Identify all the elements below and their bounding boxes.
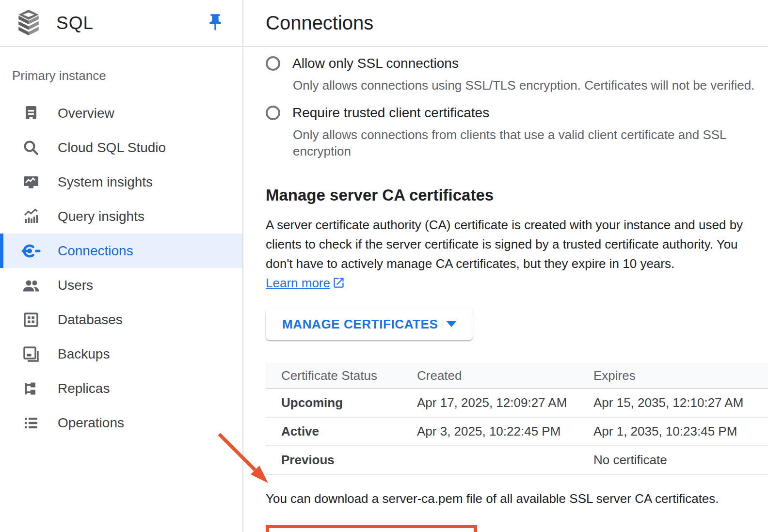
sidebar-item-label: System insights: [58, 174, 153, 190]
sidebar-item-query-insights[interactable]: Query insights: [0, 199, 242, 234]
query-insights-icon: [20, 206, 42, 227]
sidebar-item-label: Cloud SQL Studio: [58, 140, 166, 156]
radio-require-client-certs[interactable]: [266, 106, 280, 120]
instance-overview-icon: [20, 103, 42, 124]
sidebar-item-system-insights[interactable]: System insights: [0, 165, 242, 199]
sql-stack-logo-icon: [16, 10, 41, 37]
page-title: Connections: [266, 12, 373, 34]
sidebar-item-label: Users: [58, 278, 93, 293]
cert-status: Active: [266, 417, 401, 446]
cert-expires: No certificate: [578, 446, 768, 474]
users-icon: [20, 275, 42, 296]
col-certificate-status: Certificate Status: [266, 363, 401, 389]
table-header-row: Certificate Status Created Expires: [266, 363, 768, 389]
ca-body-text: A server certificate authority (CA) cert…: [266, 218, 743, 271]
sidebar-item-label: Databases: [58, 312, 123, 328]
radio-label[interactable]: Allow only SSL connections: [292, 56, 459, 71]
ssl-option-require-client-certs: Require trusted client certificates: [266, 105, 768, 121]
sidebar-item-replicas[interactable]: Replicas: [0, 371, 242, 406]
certificates-table: Certificate Status Created Expires Upcom…: [266, 363, 768, 475]
cert-status: Previous: [266, 446, 401, 474]
radio-label[interactable]: Require trusted client certificates: [292, 105, 489, 121]
sidebar-item-connections[interactable]: Connections: [0, 234, 242, 268]
connections-icon: [20, 240, 42, 262]
system-insights-icon: [20, 172, 42, 193]
search-icon: [20, 137, 42, 158]
sidebar-item-users[interactable]: Users: [0, 268, 242, 302]
sidebar-item-label: Overview: [58, 106, 114, 121]
connections-content: Allow only SSL connections Only allows c…: [243, 56, 768, 532]
product-title: SQL: [56, 13, 94, 33]
sidebar: SQL Primary instance Overview Cloud SQL …: [0, 0, 243, 532]
operations-icon: [20, 412, 42, 434]
sidebar-item-backups[interactable]: Backups: [0, 337, 242, 371]
databases-icon: [20, 309, 42, 330]
manage-certificates-label: MANAGE CERTIFICATES: [282, 317, 438, 332]
sidebar-item-cloud-sql-studio[interactable]: Cloud SQL Studio: [0, 130, 242, 165]
table-row: Upcoming Apr 17, 2025, 12:09:27 AM Apr 1…: [266, 389, 768, 417]
cert-created: [401, 446, 578, 474]
sidebar-nav: Overview Cloud SQL Studio System insight…: [0, 96, 242, 440]
radio-description: Only allows connections from clients tha…: [293, 126, 768, 159]
ca-section-heading: Manage server CA certificates: [266, 186, 768, 204]
backups-icon: [20, 344, 42, 365]
download-note: You can download a server-ca.pem file of…: [266, 490, 768, 507]
sidebar-header: SQL: [0, 0, 242, 47]
annotation-highlight-box: DOWNLOAD CERTIFICATES: [266, 525, 477, 532]
sidebar-item-label: Connections: [58, 243, 133, 259]
sidebar-item-label: Query insights: [58, 209, 144, 224]
cert-expires: Apr 1, 2035, 10:23:45 PM: [578, 417, 768, 446]
page-header: Connections: [243, 0, 768, 47]
external-link-icon: [332, 276, 345, 289]
ssl-option-allow-only-ssl: Allow only SSL connections: [266, 56, 768, 71]
cert-created: Apr 17, 2025, 12:09:27 AM: [401, 389, 578, 417]
sidebar-item-operations[interactable]: Operations: [0, 406, 242, 440]
learn-more-link[interactable]: Learn more: [266, 276, 345, 290]
table-row: Active Apr 3, 2025, 10:22:45 PM Apr 1, 2…: [266, 417, 768, 446]
sidebar-item-label: Operations: [58, 415, 124, 431]
radio-allow-only-ssl[interactable]: [266, 56, 280, 71]
sidebar-item-databases[interactable]: Databases: [0, 302, 242, 337]
sidebar-item-label: Backups: [58, 346, 110, 362]
replicas-icon: [20, 378, 42, 399]
manage-certificates-button[interactable]: MANAGE CERTIFICATES: [266, 308, 473, 340]
ca-section-body: A server certificate authority (CA) cert…: [266, 215, 746, 293]
cert-expires: Apr 15, 2035, 12:10:27 AM: [578, 389, 768, 417]
cert-created: Apr 3, 2025, 10:22:45 PM: [401, 417, 578, 446]
dropdown-arrow-icon: [447, 321, 456, 327]
sidebar-section-label: Primary instance: [12, 68, 242, 83]
table-row: Previous No certificate: [266, 446, 768, 474]
pin-icon[interactable]: [206, 13, 225, 33]
cert-status: Upcoming: [266, 389, 401, 417]
col-expires: Expires: [578, 363, 768, 389]
download-certificates-button[interactable]: DOWNLOAD CERTIFICATES: [269, 528, 474, 532]
sidebar-item-overview[interactable]: Overview: [0, 96, 242, 130]
sidebar-item-label: Replicas: [58, 381, 110, 396]
col-created: Created: [401, 363, 578, 389]
radio-description: Only allows connections using SSL/TLS en…: [293, 77, 768, 94]
main-panel: Connections Allow only SSL connections O…: [243, 0, 768, 532]
